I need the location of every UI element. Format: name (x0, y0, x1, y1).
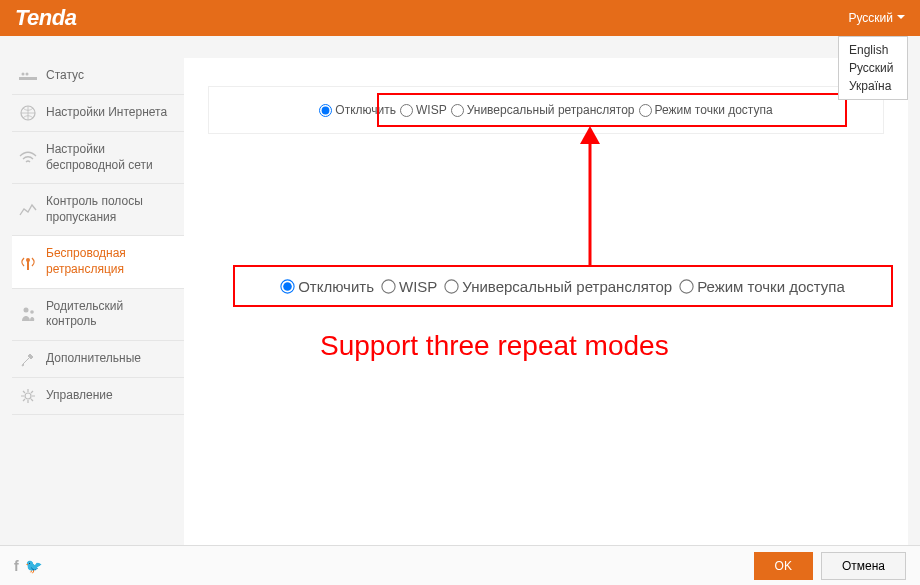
sidebar-item-label: Настройки беспроводной сети (46, 142, 176, 173)
option-label: WISP (399, 278, 437, 295)
sidebar-item-label: Родительский контроль (46, 299, 176, 330)
mode-option-wisp[interactable]: WISP (382, 278, 437, 295)
mode-option-ap[interactable]: Режим точки доступа (639, 103, 773, 117)
option-label: WISP (416, 103, 447, 117)
facebook-icon[interactable]: f (14, 558, 19, 574)
brand-logo: Tenda (15, 5, 76, 31)
repeater-icon (18, 254, 38, 270)
svg-point-8 (25, 393, 31, 399)
mode-option-ap[interactable]: Режим точки доступа (680, 278, 845, 295)
language-dropdown: English Русский Україна (838, 36, 908, 100)
option-label: Универсальный ретранслятор (467, 103, 635, 117)
sidebar-item-status[interactable]: Статус (12, 58, 184, 95)
gear-icon (18, 388, 38, 404)
sidebar-item-wireless[interactable]: Настройки беспроводной сети (12, 132, 184, 184)
svg-rect-0 (19, 77, 37, 80)
sidebar-item-bandwidth[interactable]: Контроль полосы пропускания (12, 184, 184, 236)
sidebar-item-label: Статус (46, 68, 176, 84)
svg-point-1 (22, 73, 25, 76)
sidebar: Статус Настройки Интернета Настройки бес… (12, 58, 184, 585)
bandwidth-icon (18, 202, 38, 218)
cancel-button[interactable]: Отмена (821, 552, 906, 580)
parent-icon (18, 306, 38, 322)
radio-input[interactable] (451, 104, 464, 117)
radio-input[interactable] (445, 279, 459, 293)
tools-icon (18, 351, 38, 367)
svg-point-7 (30, 310, 34, 314)
radio-input[interactable] (319, 104, 332, 117)
language-selector[interactable]: Русский (848, 11, 905, 26)
mode-option-universal[interactable]: Универсальный ретранслятор (451, 103, 635, 117)
sidebar-item-label: Дополнительные (46, 351, 176, 367)
globe-icon (18, 105, 38, 121)
sidebar-item-internet[interactable]: Настройки Интернета (12, 95, 184, 132)
body: Статус Настройки Интернета Настройки бес… (0, 36, 920, 585)
caret-down-icon (897, 11, 905, 26)
sidebar-item-repeater[interactable]: Беспроводная ретрансляция (12, 236, 184, 288)
footer-buttons: OK Отмена (754, 552, 906, 580)
mode-option-universal[interactable]: Универсальный ретранслятор (445, 278, 672, 295)
option-label: Режим точки доступа (697, 278, 845, 295)
wifi-icon (18, 150, 38, 166)
svg-point-6 (24, 308, 29, 313)
sidebar-item-parental[interactable]: Родительский контроль (12, 289, 184, 341)
language-option[interactable]: Русский (839, 59, 907, 77)
ok-button[interactable]: OK (754, 552, 813, 580)
radio-input[interactable] (381, 279, 395, 293)
radio-input[interactable] (400, 104, 413, 117)
option-label: Отключить (298, 278, 374, 295)
sidebar-item-label: Контроль полосы пропускания (46, 194, 176, 225)
radio-input[interactable] (680, 279, 694, 293)
svg-point-5 (26, 258, 30, 262)
mode-radio-group: Отключить WISP Универсальный ретранслято… (208, 86, 884, 134)
header-bar: Tenda Русский (0, 0, 920, 36)
mode-option-disable[interactable]: Отключить (281, 278, 374, 295)
radio-input[interactable] (281, 279, 295, 293)
sidebar-item-advanced[interactable]: Дополнительные (12, 341, 184, 378)
mode-option-wisp[interactable]: WISP (400, 103, 447, 117)
social-links: f 🐦 (14, 558, 42, 574)
sidebar-item-label: Настройки Интернета (46, 105, 176, 121)
language-option[interactable]: Україна (839, 77, 907, 95)
status-icon (18, 68, 38, 84)
annotation-caption: Support three repeat modes (320, 330, 669, 362)
svg-point-2 (26, 73, 29, 76)
footer-bar: f 🐦 OK Отмена (0, 545, 920, 585)
twitter-icon[interactable]: 🐦 (25, 558, 42, 574)
content-panel: Отключить WISP Универсальный ретранслято… (184, 58, 908, 585)
language-current: Русский (848, 11, 893, 25)
mode-option-disable[interactable]: Отключить (319, 103, 396, 117)
sidebar-item-label: Управление (46, 388, 176, 404)
annotation-enlarged: Отключить WISP Универсальный ретранслято… (233, 265, 893, 307)
option-label: Универсальный ретранслятор (462, 278, 672, 295)
sidebar-item-management[interactable]: Управление (12, 378, 184, 415)
option-label: Отключить (335, 103, 396, 117)
radio-input[interactable] (639, 104, 652, 117)
language-option[interactable]: English (839, 41, 907, 59)
option-label: Режим точки доступа (655, 103, 773, 117)
sidebar-item-label: Беспроводная ретрансляция (46, 246, 176, 277)
